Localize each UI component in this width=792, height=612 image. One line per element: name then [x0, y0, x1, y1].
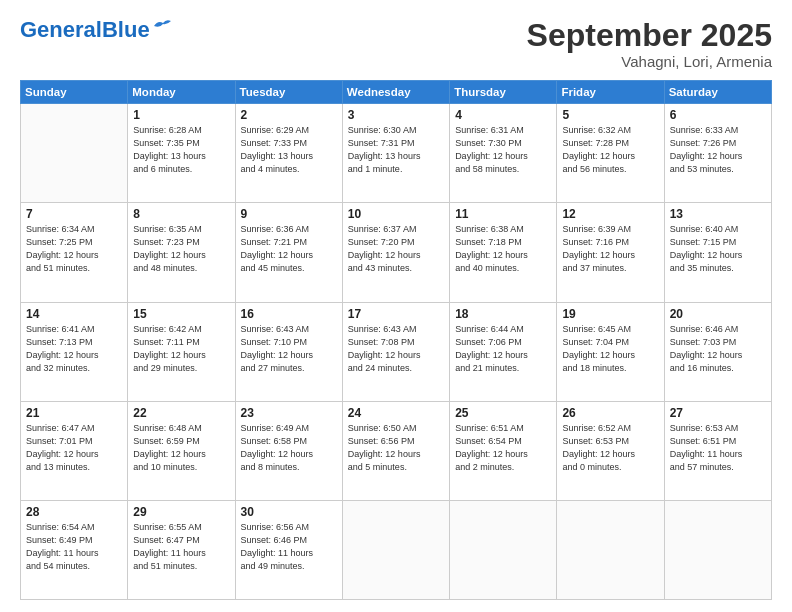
cell-info: Sunrise: 6:45 AMSunset: 7:04 PMDaylight:… [562, 323, 658, 375]
day-number: 12 [562, 207, 658, 221]
cell-info: Sunrise: 6:38 AMSunset: 7:18 PMDaylight:… [455, 223, 551, 275]
day-number: 23 [241, 406, 337, 420]
calendar-header-sunday: Sunday [21, 81, 128, 104]
calendar-cell: 8Sunrise: 6:35 AMSunset: 7:23 PMDaylight… [128, 203, 235, 302]
calendar-cell: 2Sunrise: 6:29 AMSunset: 7:33 PMDaylight… [235, 104, 342, 203]
cell-info: Sunrise: 6:50 AMSunset: 6:56 PMDaylight:… [348, 422, 444, 474]
cell-info: Sunrise: 6:31 AMSunset: 7:30 PMDaylight:… [455, 124, 551, 176]
cell-info: Sunrise: 6:42 AMSunset: 7:11 PMDaylight:… [133, 323, 229, 375]
title-block: September 2025 Vahagni, Lori, Armenia [527, 18, 772, 70]
cell-info: Sunrise: 6:41 AMSunset: 7:13 PMDaylight:… [26, 323, 122, 375]
cell-info: Sunrise: 6:48 AMSunset: 6:59 PMDaylight:… [133, 422, 229, 474]
week-row-4: 21Sunrise: 6:47 AMSunset: 7:01 PMDayligh… [21, 401, 772, 500]
calendar-cell [450, 500, 557, 599]
calendar-table: SundayMondayTuesdayWednesdayThursdayFrid… [20, 80, 772, 600]
calendar-cell: 10Sunrise: 6:37 AMSunset: 7:20 PMDayligh… [342, 203, 449, 302]
calendar-cell: 20Sunrise: 6:46 AMSunset: 7:03 PMDayligh… [664, 302, 771, 401]
calendar-cell [342, 500, 449, 599]
cell-info: Sunrise: 6:37 AMSunset: 7:20 PMDaylight:… [348, 223, 444, 275]
calendar-cell: 1Sunrise: 6:28 AMSunset: 7:35 PMDaylight… [128, 104, 235, 203]
cell-info: Sunrise: 6:43 AMSunset: 7:10 PMDaylight:… [241, 323, 337, 375]
calendar-cell: 4Sunrise: 6:31 AMSunset: 7:30 PMDaylight… [450, 104, 557, 203]
day-number: 25 [455, 406, 551, 420]
calendar-cell: 21Sunrise: 6:47 AMSunset: 7:01 PMDayligh… [21, 401, 128, 500]
day-number: 26 [562, 406, 658, 420]
cell-info: Sunrise: 6:52 AMSunset: 6:53 PMDaylight:… [562, 422, 658, 474]
cell-info: Sunrise: 6:33 AMSunset: 7:26 PMDaylight:… [670, 124, 766, 176]
day-number: 20 [670, 307, 766, 321]
week-row-2: 7Sunrise: 6:34 AMSunset: 7:25 PMDaylight… [21, 203, 772, 302]
calendar-cell: 26Sunrise: 6:52 AMSunset: 6:53 PMDayligh… [557, 401, 664, 500]
day-number: 24 [348, 406, 444, 420]
day-number: 21 [26, 406, 122, 420]
calendar-cell: 6Sunrise: 6:33 AMSunset: 7:26 PMDaylight… [664, 104, 771, 203]
calendar-cell: 19Sunrise: 6:45 AMSunset: 7:04 PMDayligh… [557, 302, 664, 401]
calendar-cell [21, 104, 128, 203]
day-number: 22 [133, 406, 229, 420]
cell-info: Sunrise: 6:35 AMSunset: 7:23 PMDaylight:… [133, 223, 229, 275]
day-number: 29 [133, 505, 229, 519]
day-number: 13 [670, 207, 766, 221]
day-number: 2 [241, 108, 337, 122]
day-number: 1 [133, 108, 229, 122]
day-number: 15 [133, 307, 229, 321]
calendar-cell: 18Sunrise: 6:44 AMSunset: 7:06 PMDayligh… [450, 302, 557, 401]
cell-info: Sunrise: 6:54 AMSunset: 6:49 PMDaylight:… [26, 521, 122, 573]
calendar-cell: 16Sunrise: 6:43 AMSunset: 7:10 PMDayligh… [235, 302, 342, 401]
calendar-cell [664, 500, 771, 599]
calendar-cell: 23Sunrise: 6:49 AMSunset: 6:58 PMDayligh… [235, 401, 342, 500]
day-number: 4 [455, 108, 551, 122]
cell-info: Sunrise: 6:53 AMSunset: 6:51 PMDaylight:… [670, 422, 766, 474]
day-number: 28 [26, 505, 122, 519]
day-number: 18 [455, 307, 551, 321]
logo-bird-icon [152, 18, 174, 34]
cell-info: Sunrise: 6:47 AMSunset: 7:01 PMDaylight:… [26, 422, 122, 474]
day-number: 10 [348, 207, 444, 221]
day-number: 17 [348, 307, 444, 321]
day-number: 14 [26, 307, 122, 321]
cell-info: Sunrise: 6:32 AMSunset: 7:28 PMDaylight:… [562, 124, 658, 176]
calendar-cell: 11Sunrise: 6:38 AMSunset: 7:18 PMDayligh… [450, 203, 557, 302]
week-row-5: 28Sunrise: 6:54 AMSunset: 6:49 PMDayligh… [21, 500, 772, 599]
calendar-cell: 9Sunrise: 6:36 AMSunset: 7:21 PMDaylight… [235, 203, 342, 302]
calendar-cell: 28Sunrise: 6:54 AMSunset: 6:49 PMDayligh… [21, 500, 128, 599]
day-number: 8 [133, 207, 229, 221]
calendar-cell: 27Sunrise: 6:53 AMSunset: 6:51 PMDayligh… [664, 401, 771, 500]
cell-info: Sunrise: 6:30 AMSunset: 7:31 PMDaylight:… [348, 124, 444, 176]
calendar-cell: 7Sunrise: 6:34 AMSunset: 7:25 PMDaylight… [21, 203, 128, 302]
cell-info: Sunrise: 6:28 AMSunset: 7:35 PMDaylight:… [133, 124, 229, 176]
calendar-header-row: SundayMondayTuesdayWednesdayThursdayFrid… [21, 81, 772, 104]
header: GeneralBlue September 2025 Vahagni, Lori… [20, 18, 772, 70]
calendar-cell: 24Sunrise: 6:50 AMSunset: 6:56 PMDayligh… [342, 401, 449, 500]
calendar-header-monday: Monday [128, 81, 235, 104]
day-number: 6 [670, 108, 766, 122]
cell-info: Sunrise: 6:34 AMSunset: 7:25 PMDaylight:… [26, 223, 122, 275]
calendar-cell: 12Sunrise: 6:39 AMSunset: 7:16 PMDayligh… [557, 203, 664, 302]
calendar-cell: 30Sunrise: 6:56 AMSunset: 6:46 PMDayligh… [235, 500, 342, 599]
calendar-header-friday: Friday [557, 81, 664, 104]
calendar-header-saturday: Saturday [664, 81, 771, 104]
calendar-cell: 25Sunrise: 6:51 AMSunset: 6:54 PMDayligh… [450, 401, 557, 500]
cell-info: Sunrise: 6:55 AMSunset: 6:47 PMDaylight:… [133, 521, 229, 573]
calendar-cell: 3Sunrise: 6:30 AMSunset: 7:31 PMDaylight… [342, 104, 449, 203]
logo-general: General [20, 17, 102, 42]
calendar-cell: 14Sunrise: 6:41 AMSunset: 7:13 PMDayligh… [21, 302, 128, 401]
calendar-cell: 22Sunrise: 6:48 AMSunset: 6:59 PMDayligh… [128, 401, 235, 500]
calendar-cell: 15Sunrise: 6:42 AMSunset: 7:11 PMDayligh… [128, 302, 235, 401]
day-number: 9 [241, 207, 337, 221]
calendar-cell: 17Sunrise: 6:43 AMSunset: 7:08 PMDayligh… [342, 302, 449, 401]
cell-info: Sunrise: 6:56 AMSunset: 6:46 PMDaylight:… [241, 521, 337, 573]
page: GeneralBlue September 2025 Vahagni, Lori… [0, 0, 792, 612]
location: Vahagni, Lori, Armenia [527, 53, 772, 70]
cell-info: Sunrise: 6:43 AMSunset: 7:08 PMDaylight:… [348, 323, 444, 375]
logo-text: GeneralBlue [20, 19, 150, 41]
calendar-cell [557, 500, 664, 599]
calendar-header-tuesday: Tuesday [235, 81, 342, 104]
cell-info: Sunrise: 6:44 AMSunset: 7:06 PMDaylight:… [455, 323, 551, 375]
calendar-cell: 29Sunrise: 6:55 AMSunset: 6:47 PMDayligh… [128, 500, 235, 599]
day-number: 30 [241, 505, 337, 519]
day-number: 19 [562, 307, 658, 321]
calendar-cell: 5Sunrise: 6:32 AMSunset: 7:28 PMDaylight… [557, 104, 664, 203]
week-row-3: 14Sunrise: 6:41 AMSunset: 7:13 PMDayligh… [21, 302, 772, 401]
cell-info: Sunrise: 6:40 AMSunset: 7:15 PMDaylight:… [670, 223, 766, 275]
